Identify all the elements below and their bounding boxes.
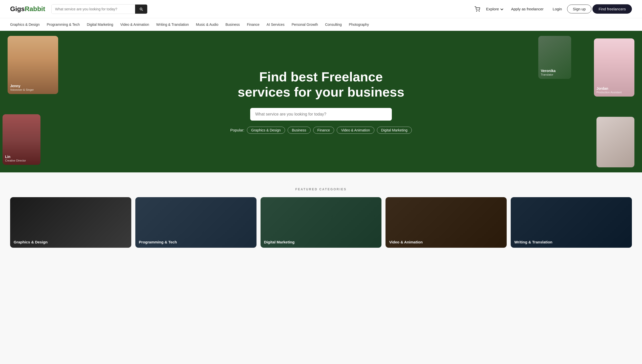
header: GigsRabbit Explore Apply as freelancer L… [0, 0, 642, 18]
category-nav-item[interactable]: Music & Audio [196, 21, 219, 28]
popular-tags: Graphics & DesignBusinessFinanceVideo & … [247, 127, 412, 134]
logo[interactable]: GigsRabbit [10, 5, 45, 13]
category-nav-item[interactable]: Photography [349, 21, 369, 28]
category-card[interactable]: Digital Marketing [261, 197, 382, 248]
category-nav-item[interactable]: Graphics & Design [10, 21, 40, 28]
popular-tag[interactable]: Video & Animation [337, 127, 374, 134]
freelancer-card-woman [596, 117, 634, 167]
hero-content: Find best Freelance services for your bu… [225, 70, 417, 134]
category-card-label: Writing & Translation [514, 240, 552, 244]
category-nav-item[interactable]: Personal Growth [292, 21, 318, 28]
popular-label: Popular: [230, 128, 244, 132]
hero-search-input[interactable] [250, 108, 392, 121]
category-card[interactable]: Programming & Tech [135, 197, 256, 248]
category-card[interactable]: Graphics & Design [10, 197, 131, 248]
header-search-input[interactable] [52, 5, 135, 14]
category-nav: Graphics & DesignProgramming & TechDigit… [0, 18, 642, 31]
category-nav-item[interactable]: Video & Animation [120, 21, 149, 28]
category-nav-item[interactable]: Consulting [325, 21, 342, 28]
popular-tag[interactable]: Finance [313, 127, 334, 134]
svg-point-1 [479, 11, 479, 11]
popular-tag[interactable]: Digital Marketing [377, 127, 412, 134]
category-nav-item[interactable]: Programming & Tech [47, 21, 80, 28]
card-jenny-label: Jenny Voiceover & Singer [10, 84, 34, 92]
category-nav-item[interactable]: Digital Marketing [87, 21, 113, 28]
category-nav-item[interactable]: AI Services [267, 21, 285, 28]
hero-title: Find best Freelance services for your bu… [230, 70, 412, 100]
featured-section-label: FEATURED CATEGORIES [10, 188, 632, 191]
freelancer-card-lin: Lin Creative Director [3, 114, 40, 165]
popular-tag[interactable]: Business [288, 127, 311, 134]
category-card-label: Graphics & Design [14, 240, 48, 244]
freelancer-card-jenny: Jenny Voiceover & Singer [8, 36, 58, 94]
header-search-bar [51, 4, 147, 14]
explore-button[interactable]: Explore [483, 5, 506, 13]
popular-tag[interactable]: Graphics & Design [247, 127, 285, 134]
card-jordan-label: Jordan Production Assistant [596, 86, 622, 94]
header-search-button[interactable] [135, 5, 147, 14]
card-lin-label: Lin Creative Director [5, 155, 26, 162]
category-card-label: Programming & Tech [139, 240, 177, 244]
find-freelancers-button[interactable]: Find freelancers [592, 4, 632, 14]
header-nav: Explore Apply as freelancer Login Sign u… [473, 4, 632, 14]
login-link[interactable]: Login [549, 5, 566, 13]
hero-popular: Popular: Graphics & DesignBusinessFinanc… [230, 127, 412, 134]
category-nav-item[interactable]: Finance [247, 21, 260, 28]
category-card[interactable]: Video & Animation [386, 197, 507, 248]
logo-gigs: Gigs [10, 5, 25, 13]
category-card[interactable]: Writing & Translation [511, 197, 632, 248]
card-veronica-label: Veronika Translator [541, 69, 555, 76]
category-card-label: Digital Marketing [264, 240, 295, 244]
freelancer-card-jordan: Jordan Production Assistant [594, 38, 634, 97]
apply-freelancer-link[interactable]: Apply as freelancer [507, 5, 547, 13]
category-nav-item[interactable]: Business [225, 21, 240, 28]
logo-rabbit: Rabbit [25, 5, 45, 13]
svg-point-0 [476, 11, 477, 11]
chevron-down-icon [501, 7, 503, 10]
signup-button[interactable]: Sign up [567, 5, 592, 13]
cart-icon[interactable] [473, 4, 482, 14]
category-cards: Graphics & DesignProgramming & TechDigit… [10, 197, 632, 248]
category-nav-item[interactable]: Writing & Translation [156, 21, 189, 28]
featured-section: FEATURED CATEGORIES Graphics & DesignPro… [0, 172, 642, 258]
freelancer-card-veronica: Veronika Translator [538, 36, 571, 79]
hero-section: Jenny Voiceover & Singer Veronika Transl… [0, 31, 642, 172]
category-card-label: Video & Animation [389, 240, 423, 244]
